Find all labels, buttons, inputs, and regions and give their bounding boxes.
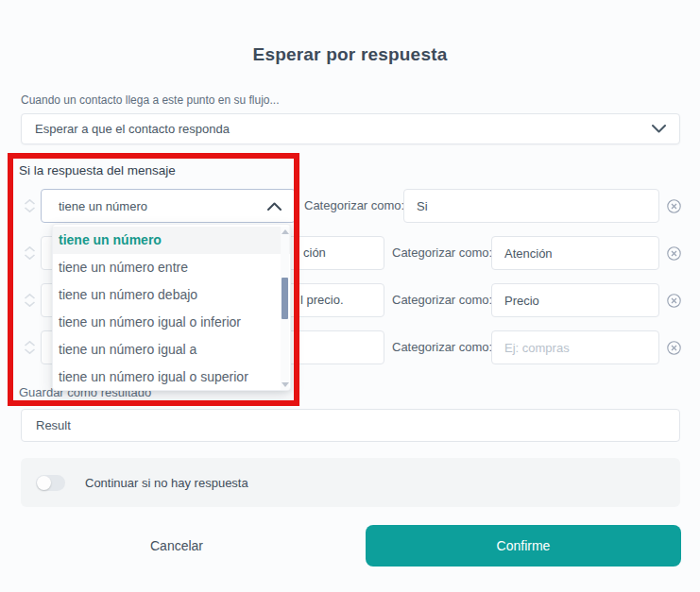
section-label: Si la respuesta del mensaje — [19, 163, 176, 178]
wait-action-select[interactable]: Esperar a que el contacto responda — [21, 113, 680, 144]
no-reply-toggle-label: Continuar si no hay respuesta — [85, 476, 248, 490]
remove-row-icon[interactable] — [667, 246, 681, 261]
remove-row-icon[interactable] — [667, 341, 681, 355]
scroll-up-icon[interactable] — [282, 229, 289, 234]
scrollbar-thumb[interactable] — [282, 278, 288, 319]
drag-handle-icon[interactable] — [24, 294, 36, 307]
condition-dropdown-menu: tiene un número tiene un número entre ti… — [52, 224, 291, 391]
dropdown-option[interactable]: tiene un número igual o superior — [53, 364, 290, 391]
toggle-knob — [37, 476, 51, 490]
categorize-label: Categorizar como: — [392, 293, 492, 307]
drag-handle-icon[interactable] — [24, 246, 36, 260]
match-value-text: l precio. — [300, 293, 344, 307]
drag-handle-icon[interactable] — [24, 341, 36, 354]
dropdown-option[interactable]: tiene un número debajo — [53, 281, 290, 309]
scroll-down-icon[interactable] — [282, 382, 289, 387]
chevron-up-icon — [267, 202, 282, 211]
wait-action-select-value: Esperar a que el contacto responda — [35, 122, 652, 136]
condition-select-open[interactable]: tiene un número — [41, 189, 296, 223]
no-reply-panel: Continuar si no hay respuesta — [21, 458, 680, 507]
flow-label: Cuando un contacto llega a este punto en… — [21, 93, 280, 107]
category-input[interactable] — [491, 330, 659, 364]
dropdown-option[interactable]: tiene un número igual a — [53, 336, 290, 364]
category-input[interactable] — [491, 283, 659, 317]
dropdown-option[interactable]: tiene un número entre — [53, 254, 290, 281]
confirm-button[interactable]: Confirme — [366, 525, 681, 567]
remove-row-icon[interactable] — [667, 294, 681, 308]
category-input[interactable] — [491, 236, 659, 270]
drag-handle-icon[interactable] — [24, 199, 36, 212]
categorize-label: Categorizar como: — [304, 198, 404, 212]
dropdown-option[interactable]: tiene un número igual o inferior — [53, 309, 290, 336]
result-input[interactable] — [21, 409, 680, 442]
cancel-button[interactable]: Cancelar — [82, 525, 271, 567]
no-reply-toggle[interactable] — [36, 475, 65, 491]
condition-row: tiene un número Categorizar como: — [0, 189, 700, 223]
dropdown-scrollbar[interactable] — [281, 227, 289, 390]
page-title: Esperar por respuesta — [0, 44, 700, 65]
category-input[interactable] — [403, 189, 659, 223]
condition-select-value: tiene un número — [59, 199, 267, 213]
match-value-text: ción — [303, 245, 326, 260]
categorize-label: Categorizar como: — [392, 245, 492, 260]
remove-row-icon[interactable] — [667, 199, 681, 213]
chevron-down-icon — [652, 125, 666, 133]
dropdown-option-selected[interactable]: tiene un número — [53, 227, 290, 254]
categorize-label: Categorizar como: — [392, 340, 492, 354]
